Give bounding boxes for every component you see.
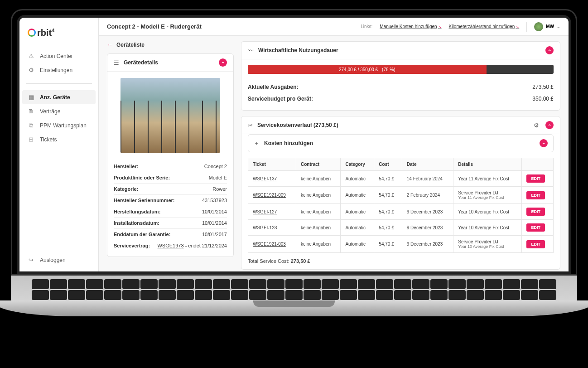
nav-label: Action Center [40,53,73,59]
collapse-toggle[interactable] [545,46,554,54]
detail-row: Produktlinie oder Serie:Model E [114,172,227,184]
cell-category: Automatic [341,204,374,220]
details-sub: Year 10 Average Fix Cost [458,244,517,249]
nav-divider [26,83,92,84]
expand-toggle[interactable] [540,139,548,147]
nav-label: Einstellungen [40,67,72,73]
cell-contract: keine Angaben [296,220,340,236]
economic-life-title: Wirtschaftliche Nutzungsdauer [258,47,541,53]
back-to-device-list[interactable]: ← Geräteliste [107,41,234,48]
detail-label: Installationsdatum: [114,220,159,226]
cell-date: 9 December 2023 [402,204,453,220]
gear-icon[interactable]: ⚙ [534,122,539,129]
ticket-link[interactable]: WSGEI-127 [253,209,277,214]
arrow-icon: ↘ [438,24,442,29]
logout-icon: ↪ [28,257,34,263]
budget-row: Aktuelle Ausgaben:273,50 £ [248,81,554,93]
table-header: Cost [374,158,402,171]
details-sub: Year 11 Average Fix Cost [458,195,517,200]
cell-cost: 54,70 £ [374,171,402,187]
user-initials: MW [546,24,554,29]
costs-table: TicketContractCategoryCostDateDetails WS… [248,158,554,253]
logo: rbit4 [19,22,98,47]
collapse-toggle[interactable] [545,121,554,129]
nav-icon: ⚙ [28,67,34,73]
cell-contract: keine Angaben [296,187,340,204]
sidebar-item-ppm-wartungsplan[interactable]: ⧉PPM Wartungsplan [19,118,98,132]
edit-button[interactable]: EDIT [526,174,545,183]
detail-value: Rower [212,186,227,192]
service-contract-link[interactable]: WSGE1973 [157,243,183,248]
nav-icon: ▦ [28,94,34,101]
sidebar-item-tickets[interactable]: ⊞Tickets [19,132,98,146]
table-header: Date [402,158,453,171]
cell-date: 9 December 2023 [402,220,453,236]
sidebar-item-vertr-ge[interactable]: 🗎Verträge [19,104,98,118]
edit-button[interactable]: EDIT [526,208,545,216]
detail-label: Produktlinie oder Serie: [114,175,170,180]
ticket-link[interactable]: WSGE1921-003 [253,242,286,247]
detail-value: Concept 2 [204,164,227,169]
cell-date: 14 February 2024 [402,171,453,187]
logout-button[interactable]: ↪ Ausloggen [19,253,98,267]
cell-category: Automatic [341,187,374,204]
table-header: Contract [296,158,340,171]
collapse-toggle[interactable] [219,58,227,67]
sidebar-item-einstellungen[interactable]: ⚙Einstellungen [19,63,98,77]
cell-cost: 54,70 £ [374,187,402,204]
user-menu[interactable]: MW ⌄ [534,22,560,31]
detail-row-contract: Servicevertrag:WSGE1973 - endet 21/12/20… [114,240,227,251]
budget-value: 350,00 £ [532,96,554,102]
ticket-link[interactable]: WSGE1921-009 [253,193,286,198]
page-title: Concept 2 - Modell E - Rudergerät [107,23,353,30]
table-row: WSGEI-127 keine Angaben Automatic 54,70 … [248,204,554,220]
total-service-cost: Total Service Cost: 273,50 £ [241,253,560,269]
cell-category: Automatic [341,220,374,236]
add-odometer-link[interactable]: Kilometerzählerstand hinzufügen↘ [449,24,520,29]
detail-label: Hersteller: [114,164,138,169]
detail-label: Servicevertrag: [114,243,150,248]
sidebar-item-action-center[interactable]: ⚠Action Center [19,49,98,63]
edit-button[interactable]: EDIT [526,191,545,199]
sidebar-item-anz-ger-te[interactable]: ▦Anz. Geräte [22,90,96,104]
ticket-link[interactable]: WSGEI-137 [253,176,277,181]
avatar [534,22,543,31]
laptop-keyboard [11,276,577,303]
detail-row: Installationsdatum:10/01/2014 [114,218,227,229]
nav-label: PPM Wartungsplan [40,122,87,129]
add-cost-label: Kosten hinzufügen [264,140,535,146]
cell-date: 9 December 2023 [402,236,453,253]
topbar: Concept 2 - Modell E - Rudergerät Links:… [99,18,569,36]
detail-label: Hersteller Seriennummer: [114,198,175,203]
edit-button[interactable]: EDIT [526,240,545,248]
table-row: WSGEI-137 keine Angaben Automatic 54,70 … [248,171,554,187]
add-cost-panel: ＋ Kosten hinzufügen [248,134,554,152]
budget-progress-fill: 274,00 £ / 350,00 £ - (78 %) [248,65,487,74]
add-manual-cost-link[interactable]: Manuelle Kosten hinzufügen↘ [380,24,441,29]
details-main: Service Provider DJ [458,239,517,244]
topbar-divider [526,22,527,32]
budget-progress-bar: 274,00 £ / 350,00 £ - (78 %) [248,65,554,74]
detail-row: Kategorie:Rower [114,184,227,195]
plus-icon: ＋ [254,139,260,147]
detail-value: 431537923 [202,198,227,203]
nav-label: Verträge [40,108,60,115]
table-header [522,158,554,171]
links-label: Links: [361,24,372,29]
ticket-link[interactable]: WSGEI-128 [253,225,277,230]
chart-icon: 〰 [248,47,254,54]
cell-details: Year 10 Average Fix Cost [453,204,522,220]
nav-icon: ⚠ [28,53,34,59]
cell-details: Year 10 Average Fix Cost [453,220,522,236]
table-header: Category [341,158,374,171]
cell-date: 2 February 2024 [402,187,453,204]
detail-label: Herstellungsdatum: [114,209,160,214]
sidebar: rbit4 ⚠Action Center⚙Einstellungen ▦Anz.… [19,18,99,271]
edit-button[interactable]: EDIT [526,223,545,232]
arrow-icon: ↘ [516,24,519,29]
detail-row: Hersteller Seriennummer:431537923 [114,195,227,206]
cell-category: Automatic [341,236,374,253]
cell-contract: keine Angaben [296,236,340,253]
cell-details: Year 11 Average Fix Cost [453,171,522,187]
device-image [120,78,220,153]
